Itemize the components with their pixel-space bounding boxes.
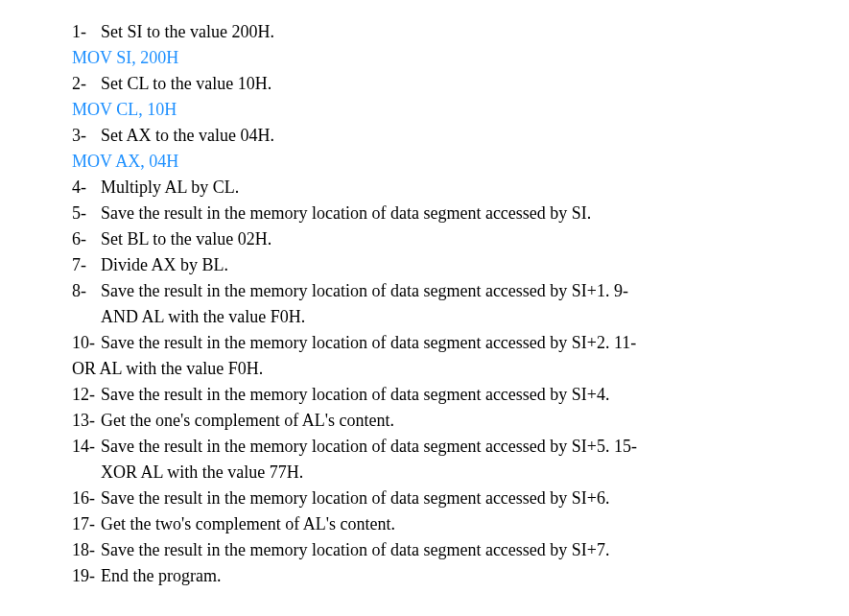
item-text: Save the result in the memory location o…	[101, 434, 637, 460]
item-number: 5-	[72, 201, 101, 226]
item-6: 6- Set BL to the value 02H.	[72, 226, 830, 252]
item-17: 17- Get the two's complement of AL's con…	[72, 511, 830, 537]
item-number: 2-	[72, 71, 101, 97]
item-15-continuation: XOR AL with the value 77H.	[72, 460, 830, 486]
item-number: 16-	[72, 486, 101, 511]
item-19: 19- End the program.	[72, 563, 830, 589]
item-number: 4-	[72, 175, 101, 201]
item-text: Save the result in the memory location o…	[101, 330, 636, 356]
item-2: 2- Set CL to the value 10H.	[72, 71, 830, 97]
item-text: Set BL to the value 02H.	[101, 226, 271, 252]
item-16: 16- Save the result in the memory locati…	[72, 486, 830, 511]
item-14: 14- Save the result in the memory locati…	[72, 434, 830, 460]
item-number: 10-	[72, 330, 101, 356]
item-text: Save the result in the memory location o…	[101, 382, 610, 408]
item-3: 3- Set AX to the value 04H.	[72, 123, 830, 149]
item-number: 8-	[72, 278, 101, 304]
item-13: 13- Get the one's complement of AL's con…	[72, 408, 830, 434]
item-12: 12- Save the result in the memory locati…	[72, 382, 830, 408]
item-text: Save the result in the memory location o…	[101, 201, 591, 226]
item-7: 7- Divide AX by BL.	[72, 252, 830, 278]
item-number: 3-	[72, 123, 101, 149]
item-text: Divide AX by BL.	[101, 252, 228, 278]
item-text: End the program.	[101, 563, 221, 589]
item-text: Get the two's complement of AL's content…	[101, 511, 395, 537]
item-number: 19-	[72, 563, 101, 589]
item-number: 6-	[72, 226, 101, 252]
item-text: Set AX to the value 04H.	[101, 123, 274, 149]
item-text: Get the one's complement of AL's content…	[101, 408, 394, 434]
code-1: MOV SI, 200H	[72, 45, 830, 71]
item-text: Save the result in the memory location o…	[101, 278, 628, 304]
item-number: 14-	[72, 434, 101, 460]
item-number: 13-	[72, 408, 101, 434]
code-3: MOV AX, 04H	[72, 149, 830, 175]
item-text: Set CL to the value 10H.	[101, 71, 271, 97]
item-10: 10- Save the result in the memory locati…	[72, 330, 830, 356]
item-5: 5- Save the result in the memory locatio…	[72, 201, 830, 226]
item-text: Set SI to the value 200H.	[101, 19, 274, 45]
code-2: MOV CL, 10H	[72, 97, 830, 123]
item-number: 7-	[72, 252, 101, 278]
item-number: 17-	[72, 511, 101, 537]
item-4: 4- Multiply AL by CL.	[72, 175, 830, 201]
item-number: 18-	[72, 537, 101, 563]
item-8: 8- Save the result in the memory locatio…	[72, 278, 830, 304]
item-text: Save the result in the memory location o…	[101, 537, 610, 563]
item-number: 1-	[72, 19, 101, 45]
item-1: 1- Set SI to the value 200H.	[72, 19, 830, 45]
item-number: 12-	[72, 382, 101, 408]
item-18: 18- Save the result in the memory locati…	[72, 537, 830, 563]
item-9-continuation: AND AL with the value F0H.	[72, 304, 830, 330]
item-text: Save the result in the memory location o…	[101, 486, 610, 511]
item-text: Multiply AL by CL.	[101, 175, 239, 201]
item-11-continuation: OR AL with the value F0H.	[72, 356, 830, 382]
